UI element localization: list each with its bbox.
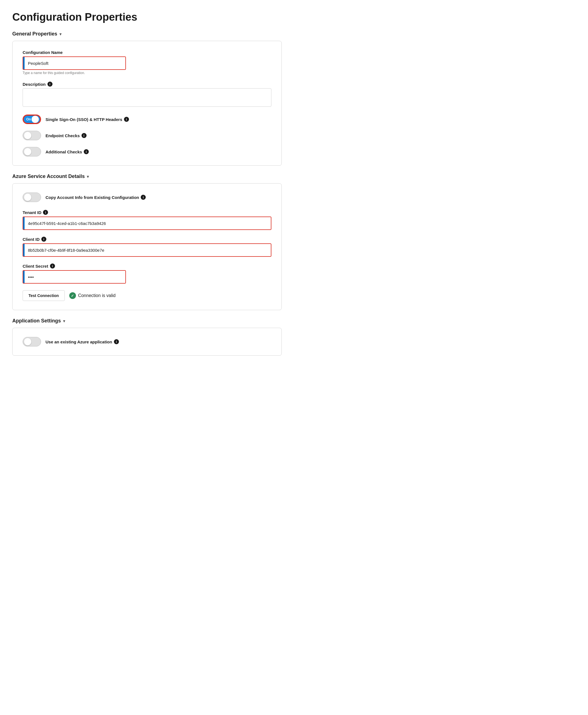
azure-service-label: Azure Service Account Details <box>12 173 85 179</box>
client-secret-info-icon[interactable]: i <box>50 264 55 268</box>
description-group: Description i <box>23 82 271 108</box>
existing-app-toggle-row: Use an existing Azure application i <box>23 337 271 346</box>
config-name-input[interactable] <box>25 57 125 69</box>
endpoint-info-icon[interactable]: i <box>82 133 87 138</box>
general-properties-chevron[interactable]: ▾ <box>60 32 61 36</box>
existing-app-track <box>23 337 41 346</box>
sso-toggle[interactable]: On <box>23 115 41 124</box>
sso-knob <box>31 116 39 123</box>
existing-app-toggle[interactable] <box>23 337 41 346</box>
connection-status-text: Connection is valid <box>78 293 115 298</box>
test-connection-row: Test Connection ✓ Connection is valid <box>23 290 271 301</box>
page-title: Configuration Properties <box>12 11 282 23</box>
client-id-info-icon[interactable]: i <box>41 237 46 242</box>
copy-account-toggle-row: Copy Account Info from Existing Configur… <box>23 192 271 202</box>
copy-account-toggle[interactable] <box>23 192 41 202</box>
azure-service-header: Azure Service Account Details ▾ <box>12 173 282 179</box>
existing-app-info-icon[interactable]: i <box>114 339 119 344</box>
additional-track <box>23 147 41 157</box>
client-secret-group: Client Secret i <box>23 264 271 284</box>
client-id-input-wrap <box>23 243 271 257</box>
azure-service-chevron[interactable]: ▾ <box>87 175 89 179</box>
description-info-icon[interactable]: i <box>47 82 52 87</box>
endpoint-label: Endpoint Checks i <box>45 133 87 138</box>
connection-status: ✓ Connection is valid <box>69 292 115 299</box>
endpoint-toggle-row: Endpoint Checks i <box>23 131 271 140</box>
copy-account-knob <box>24 193 31 201</box>
tenant-id-group: Tenant ID i <box>23 210 271 230</box>
connection-check-icon: ✓ <box>69 292 76 299</box>
additional-toggle-row: Additional Checks i <box>23 147 271 157</box>
endpoint-track <box>23 131 41 140</box>
client-secret-red-border <box>23 270 126 284</box>
endpoint-knob <box>24 132 31 139</box>
config-name-group: Configuration Name Type a name for this … <box>23 50 271 75</box>
config-name-label: Configuration Name <box>23 50 271 55</box>
app-settings-label: Application Settings <box>12 318 61 324</box>
tenant-id-label: Tenant ID i <box>23 210 271 215</box>
general-properties-label: General Properties <box>12 31 57 37</box>
sso-toggle-row: On Single Sign-On (SSO) & HTTP Headers i <box>23 115 271 124</box>
app-settings-header: Application Settings ▾ <box>12 318 282 324</box>
sso-track: On <box>23 115 41 123</box>
copy-account-track <box>23 192 41 202</box>
test-connection-button[interactable]: Test Connection <box>23 290 65 301</box>
general-properties-card: Configuration Name Type a name for this … <box>12 41 282 166</box>
sso-info-icon[interactable]: i <box>124 117 129 122</box>
description-label: Description i <box>23 82 271 87</box>
client-secret-input-wrap <box>23 270 126 284</box>
app-settings-chevron[interactable]: ▾ <box>63 319 65 323</box>
additional-info-icon[interactable]: i <box>84 149 89 154</box>
tenant-id-info-icon[interactable]: i <box>43 210 48 215</box>
additional-toggle[interactable] <box>23 147 41 157</box>
config-name-input-wrap <box>23 57 126 70</box>
sso-label: Single Sign-On (SSO) & HTTP Headers i <box>45 117 129 122</box>
config-name-red-border <box>23 57 126 70</box>
description-input[interactable] <box>23 88 271 107</box>
client-id-input[interactable] <box>25 244 271 256</box>
copy-account-label: Copy Account Info from Existing Configur… <box>45 195 146 200</box>
general-properties-header: General Properties ▾ <box>12 31 282 37</box>
client-id-group: Client ID i <box>23 237 271 257</box>
endpoint-toggle[interactable] <box>23 131 41 140</box>
copy-account-info-icon[interactable]: i <box>141 195 146 200</box>
tenant-id-input[interactable] <box>25 217 271 229</box>
tenant-id-input-wrap <box>23 217 271 230</box>
existing-app-knob <box>24 338 31 345</box>
client-secret-label: Client Secret i <box>23 264 271 268</box>
azure-service-card: Copy Account Info from Existing Configur… <box>12 183 282 310</box>
sso-on-label: On <box>26 117 31 121</box>
client-secret-input[interactable] <box>25 271 125 283</box>
additional-knob <box>24 148 31 155</box>
app-settings-card: Use an existing Azure application i <box>12 328 282 356</box>
client-id-label: Client ID i <box>23 237 271 242</box>
config-name-hint: Type a name for this guided configuratio… <box>23 71 271 75</box>
additional-label: Additional Checks i <box>45 149 89 154</box>
existing-app-label: Use an existing Azure application i <box>45 339 119 344</box>
